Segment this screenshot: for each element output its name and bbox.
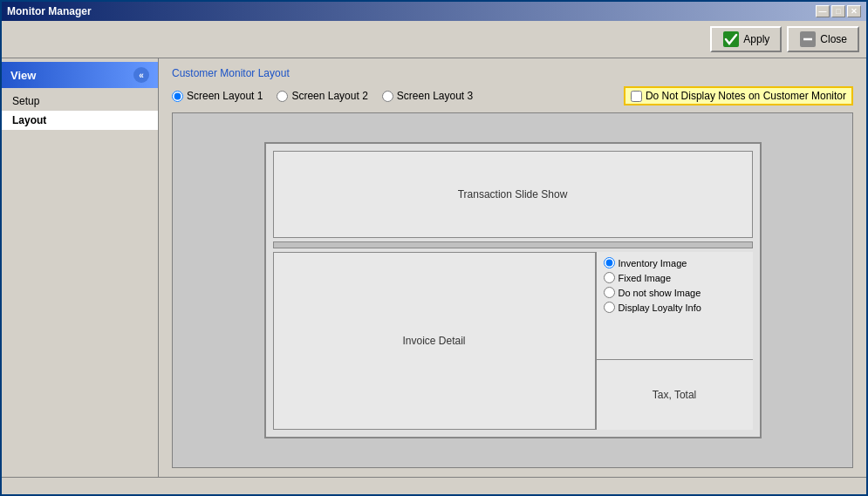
fixed-image-label: Fixed Image xyxy=(619,273,672,283)
fixed-image-radio[interactable] xyxy=(604,272,615,283)
do-not-display-notes-checkbox[interactable] xyxy=(631,91,642,102)
layout1-radio[interactable] xyxy=(172,91,183,102)
tax-total-label: Tax, Total xyxy=(653,389,696,401)
invoice-label: Invoice Detail xyxy=(402,335,465,347)
right-column: Inventory Image Fixed Image Do not show … xyxy=(596,252,753,430)
close-icon xyxy=(799,31,817,48)
layout2-label: Screen Layout 2 xyxy=(291,90,367,102)
minimize-button[interactable]: — xyxy=(816,5,830,17)
layout1-option[interactable]: Screen Layout 1 xyxy=(172,90,263,102)
sidebar: View « Setup Layout xyxy=(2,58,159,477)
inventory-image-option[interactable]: Inventory Image xyxy=(604,257,746,268)
do-not-show-image-option[interactable]: Do not show Image xyxy=(604,287,746,298)
main-window: Monitor Manager — □ ✕ Apply xyxy=(0,0,868,496)
section-title: Customer Monitor Layout xyxy=(172,67,853,79)
toolbar: Apply Close xyxy=(2,21,866,58)
display-loyalty-radio[interactable] xyxy=(604,302,615,313)
right-panel: Customer Monitor Layout Screen Layout 1 … xyxy=(159,58,866,477)
do-not-show-image-radio[interactable] xyxy=(604,287,615,298)
apply-label: Apply xyxy=(743,33,769,45)
apply-icon xyxy=(722,31,740,48)
layout-section: Customer Monitor Layout Screen Layout 1 … xyxy=(172,67,853,105)
slideshow-label: Transaction Slide Show xyxy=(458,188,568,200)
layout2-option[interactable]: Screen Layout 2 xyxy=(277,90,367,102)
screen-preview: Transaction Slide Show Invoice Detail xyxy=(264,142,762,438)
sidebar-item-layout[interactable]: Layout xyxy=(2,111,158,130)
preview-area: Transaction Slide Show Invoice Detail xyxy=(172,112,853,468)
layout2-radio[interactable] xyxy=(277,91,288,102)
sidebar-header-label: View xyxy=(10,69,36,82)
title-bar-buttons: — □ ✕ xyxy=(816,5,861,17)
sidebar-item-setup[interactable]: Setup xyxy=(2,92,158,111)
do-not-display-notes-option[interactable]: Do Not Display Notes on Customer Monitor xyxy=(624,86,853,105)
bottom-row: Invoice Detail Inventory Image xyxy=(273,252,753,430)
inventory-image-label: Inventory Image xyxy=(619,258,687,268)
status-bar xyxy=(2,477,866,494)
window-title: Monitor Manager xyxy=(7,5,92,17)
title-bar: Monitor Manager — □ ✕ xyxy=(2,2,866,21)
sidebar-header: View « xyxy=(2,62,158,88)
close-label: Close xyxy=(820,33,847,45)
invoice-pane: Invoice Detail xyxy=(273,252,596,430)
close-button[interactable]: Close xyxy=(787,26,859,52)
apply-button[interactable]: Apply xyxy=(710,26,782,52)
layout3-option[interactable]: Screen Layout 3 xyxy=(382,90,473,102)
sidebar-setup-label: Setup xyxy=(12,95,39,107)
fixed-image-option[interactable]: Fixed Image xyxy=(604,272,746,283)
image-options-pane: Inventory Image Fixed Image Do not show … xyxy=(597,252,753,360)
display-loyalty-label: Display Loyalty Info xyxy=(619,302,701,313)
sidebar-expand-icon[interactable]: « xyxy=(133,67,149,83)
divider-row xyxy=(273,241,753,248)
display-loyalty-option[interactable]: Display Loyalty Info xyxy=(604,302,746,313)
layout-controls: Screen Layout 1 Screen Layout 2 Screen L… xyxy=(172,86,853,105)
layout1-label: Screen Layout 1 xyxy=(187,90,263,102)
do-not-display-notes-label: Do Not Display Notes on Customer Monitor xyxy=(646,90,846,102)
slideshow-pane: Transaction Slide Show xyxy=(273,151,753,238)
sidebar-layout-label: Layout xyxy=(12,114,46,126)
tax-total-pane: Tax, Total xyxy=(597,360,753,430)
do-not-show-image-label: Do not show Image xyxy=(619,288,701,298)
layout3-label: Screen Layout 3 xyxy=(397,90,473,102)
close-window-button[interactable]: ✕ xyxy=(847,5,861,17)
maximize-button[interactable]: □ xyxy=(831,5,845,17)
layout3-radio[interactable] xyxy=(382,91,393,102)
main-content: View « Setup Layout Customer Monitor Lay… xyxy=(2,58,866,477)
inventory-image-radio[interactable] xyxy=(604,257,615,268)
